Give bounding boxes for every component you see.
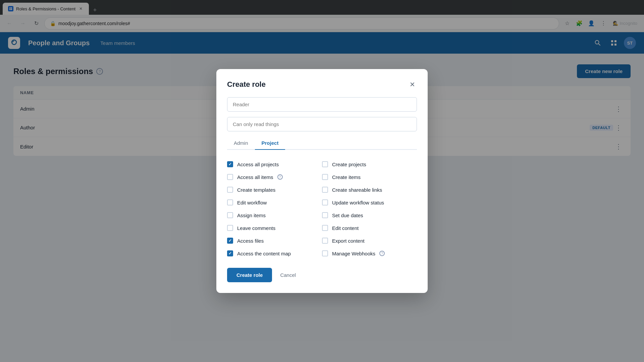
checkbox-set-due-dates[interactable] — [322, 212, 328, 218]
checkbox-create-items[interactable] — [322, 174, 328, 180]
modal-close-button[interactable]: ✕ — [408, 80, 417, 89]
checkbox-edit-content[interactable] — [322, 225, 328, 231]
checkbox-create-templates[interactable] — [227, 187, 233, 193]
cancel-button[interactable]: Cancel — [277, 268, 299, 282]
create-role-modal: Create role ✕ Admin Project Access all p… — [216, 69, 428, 293]
perm-label-edit-workflow: Edit workflow — [237, 200, 267, 205]
perm-label-access-all-projects: Access all projects — [237, 162, 279, 167]
help-icon-access-all-items[interactable]: ? — [277, 174, 283, 180]
checkbox-access-all-projects[interactable] — [227, 161, 233, 167]
perm-label-assign-items: Assign items — [237, 213, 266, 218]
perm-label-edit-content: Edit content — [332, 225, 359, 231]
checkbox-create-projects[interactable] — [322, 161, 328, 167]
role-description-input[interactable] — [227, 117, 417, 131]
checkbox-access-files[interactable] — [227, 238, 233, 244]
tab-admin[interactable]: Admin — [227, 137, 255, 150]
create-role-button[interactable]: Create role — [227, 268, 272, 282]
checkbox-manage-webhooks[interactable] — [322, 250, 328, 256]
perm-label-access-files: Access files — [237, 238, 264, 244]
perm-label-create-shareable-links: Create shareable links — [332, 187, 382, 193]
checkbox-access-all-items[interactable] — [227, 174, 233, 180]
checkbox-assign-items[interactable] — [227, 212, 233, 218]
permissions-grid: Access all projects Create projects Acce… — [227, 158, 417, 260]
perm-label-create-templates: Create templates — [237, 187, 275, 193]
checkbox-access-content-map[interactable] — [227, 250, 233, 256]
perm-label-leave-comments: Leave comments — [237, 225, 275, 231]
perm-label-update-workflow-status: Update workflow status — [332, 200, 384, 205]
modal-overlay: Create role ✕ Admin Project Access all p… — [0, 0, 644, 362]
perm-label-manage-webhooks: Manage Webhooks — [332, 251, 375, 256]
tab-project[interactable]: Project — [255, 137, 285, 150]
perm-label-access-all-items: Access all items — [237, 174, 273, 180]
perm-label-set-due-dates: Set due dates — [332, 213, 363, 218]
perm-label-create-projects: Create projects — [332, 162, 366, 167]
perm-label-export-content: Export content — [332, 238, 365, 244]
perm-label-create-items: Create items — [332, 174, 361, 180]
checkbox-create-shareable-links[interactable] — [322, 187, 328, 193]
modal-tabs: Admin Project — [227, 137, 417, 150]
role-name-input[interactable] — [227, 97, 417, 112]
perm-label-access-content-map: Access the content map — [237, 251, 291, 256]
checkbox-edit-workflow[interactable] — [227, 199, 233, 205]
help-icon-manage-webhooks[interactable]: ? — [379, 251, 385, 256]
checkbox-update-workflow-status[interactable] — [322, 199, 328, 205]
checkbox-export-content[interactable] — [322, 238, 328, 244]
checkbox-leave-comments[interactable] — [227, 225, 233, 231]
modal-title: Create role — [227, 80, 266, 89]
